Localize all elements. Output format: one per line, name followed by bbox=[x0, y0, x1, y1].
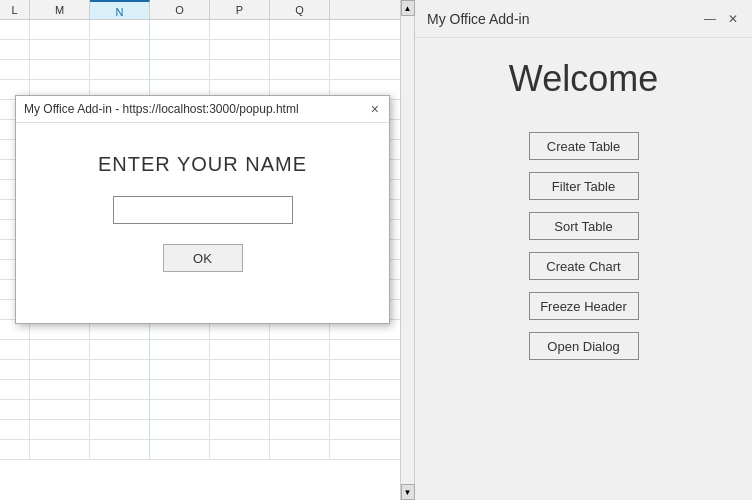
table-row bbox=[0, 420, 414, 440]
table-row bbox=[0, 340, 414, 360]
col-header-m: M bbox=[30, 0, 90, 19]
popup-ok-button[interactable]: OK bbox=[163, 244, 243, 272]
task-pane-close-button[interactable]: ✕ bbox=[726, 12, 740, 26]
create-chart-button[interactable]: Create Chart bbox=[529, 252, 639, 280]
sort-table-button[interactable]: Sort Table bbox=[529, 212, 639, 240]
vertical-scrollbar[interactable]: ▲ ▼ bbox=[400, 0, 414, 500]
col-header-n: N bbox=[90, 0, 150, 19]
table-row bbox=[0, 40, 414, 60]
col-header-q: Q bbox=[270, 0, 330, 19]
filter-table-button[interactable]: Filter Table bbox=[529, 172, 639, 200]
table-row bbox=[0, 440, 414, 460]
popup-body: ENTER YOUR NAME OK bbox=[16, 123, 389, 323]
popup-titlebar: My Office Add-in - https://localhost:300… bbox=[16, 96, 389, 123]
task-pane-controls: — ✕ bbox=[702, 12, 740, 26]
popup-enter-name-label: ENTER YOUR NAME bbox=[98, 153, 307, 176]
popup-title: My Office Add-in - https://localhost:300… bbox=[24, 102, 299, 116]
col-header-o: O bbox=[150, 0, 210, 19]
col-header-p: P bbox=[210, 0, 270, 19]
table-row bbox=[0, 60, 414, 80]
column-headers: L M N O P Q bbox=[0, 0, 414, 20]
popup-close-button[interactable]: × bbox=[369, 102, 381, 116]
task-pane-titlebar: My Office Add-in — ✕ bbox=[415, 0, 752, 38]
table-row bbox=[0, 380, 414, 400]
scroll-down-arrow[interactable]: ▼ bbox=[401, 484, 415, 500]
excel-area: L M N O P Q ▲ ▼ My Office Add-in - https… bbox=[0, 0, 415, 500]
task-pane-title: My Office Add-in bbox=[427, 11, 529, 27]
task-pane: My Office Add-in — ✕ Welcome Create Tabl… bbox=[415, 0, 752, 500]
table-row bbox=[0, 360, 414, 380]
welcome-heading: Welcome bbox=[509, 58, 658, 100]
col-header-l: L bbox=[0, 0, 30, 19]
create-table-button[interactable]: Create Table bbox=[529, 132, 639, 160]
open-dialog-button[interactable]: Open Dialog bbox=[529, 332, 639, 360]
freeze-header-button[interactable]: Freeze Header bbox=[529, 292, 639, 320]
table-row bbox=[0, 400, 414, 420]
task-pane-minimize-button[interactable]: — bbox=[702, 12, 718, 26]
popup-dialog: My Office Add-in - https://localhost:300… bbox=[15, 95, 390, 324]
scroll-up-arrow[interactable]: ▲ bbox=[401, 0, 415, 16]
popup-name-input[interactable] bbox=[113, 196, 293, 224]
table-row bbox=[0, 20, 414, 40]
task-pane-body: Welcome Create TableFilter TableSort Tab… bbox=[415, 38, 752, 500]
